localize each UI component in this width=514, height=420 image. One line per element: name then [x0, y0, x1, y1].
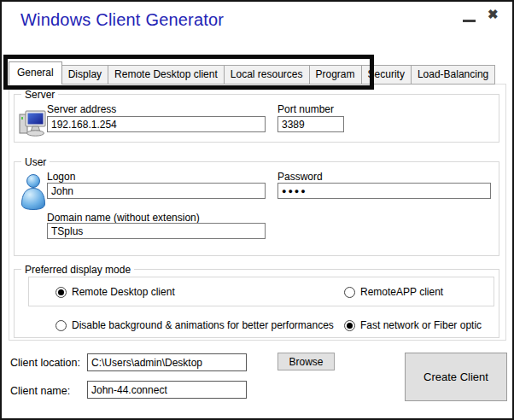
create-client-button[interactable]: Create Client	[405, 353, 507, 401]
user-icon	[20, 172, 47, 217]
server-address-label: Server address	[47, 103, 116, 115]
client-location-label: Client location:	[10, 357, 80, 369]
port-number-input[interactable]	[277, 116, 344, 132]
server-group-legend: Server	[21, 89, 58, 101]
port-number-label: Port number	[277, 103, 334, 115]
user-group: User Logon Password Domain name (without…	[14, 161, 499, 256]
close-icon[interactable]: ✖	[488, 7, 499, 22]
logon-input[interactable]	[47, 183, 266, 199]
radio-button-icon[interactable]	[55, 287, 67, 298]
client-generator-window: Windows Client Generator ✖ General Displ…	[0, 0, 514, 420]
logon-label: Logon	[47, 171, 75, 183]
tab-bar: General Display Remote Desktop client Lo…	[9, 61, 495, 85]
server-group: Server Server address Port number	[14, 94, 499, 143]
password-input[interactable]	[277, 183, 491, 199]
radio-button-icon[interactable]	[344, 320, 355, 331]
tab-remote-desktop-client[interactable]: Remote Desktop client	[108, 65, 225, 85]
tab-load-balancing[interactable]: Load-Balancing	[412, 65, 495, 85]
display-mode-legend: Preferred display mode	[21, 264, 134, 276]
tab-program[interactable]: Program	[310, 65, 362, 85]
password-label: Password	[277, 171, 323, 183]
page-title: Windows Client Generator	[20, 10, 224, 30]
radio-disable-background-animations[interactable]: Disable background & animations for bett…	[55, 318, 334, 333]
server-address-input[interactable]	[47, 116, 266, 132]
tab-security[interactable]: Security	[362, 65, 412, 85]
browse-button[interactable]: Browse	[277, 353, 335, 370]
minimize-icon[interactable]	[463, 20, 476, 22]
radio-button-icon[interactable]	[344, 287, 355, 298]
radio-fast-network-fiber-optic[interactable]: Fast network or Fiber optic	[344, 318, 482, 333]
computer-icon	[19, 108, 50, 143]
tab-general[interactable]: General	[9, 61, 62, 85]
domain-name-input[interactable]	[47, 223, 266, 239]
domain-name-label: Domain name (without extension)	[47, 212, 200, 224]
tab-local-resources[interactable]: Local resources	[225, 65, 310, 85]
radio-button-icon[interactable]	[55, 320, 67, 331]
radio-remoteapp-client[interactable]: RemoteAPP client	[344, 284, 443, 300]
client-name-label: Client name:	[10, 385, 70, 397]
display-mode-group: Preferred display mode Remote Desktop cl…	[14, 269, 499, 338]
client-location-input[interactable]	[87, 353, 247, 371]
user-group-legend: User	[21, 156, 50, 168]
client-name-input[interactable]	[87, 381, 247, 399]
tab-display[interactable]: Display	[62, 65, 108, 85]
radio-remote-desktop-client[interactable]: Remote Desktop client	[55, 284, 175, 300]
